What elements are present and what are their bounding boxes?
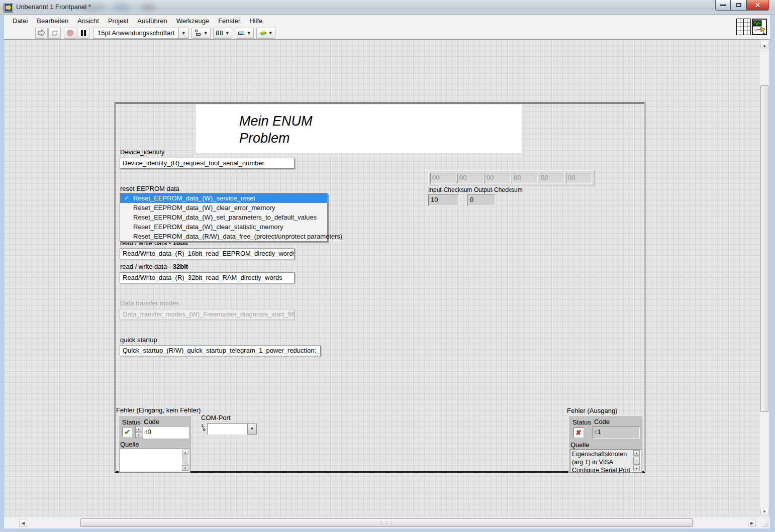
chevron-down-icon[interactable]: ▼ <box>178 28 188 38</box>
error-out-source-scrollbar[interactable]: ▲ ≡ ▼ <box>633 450 640 471</box>
byte-array: 00 00 00 00 00 00 <box>428 170 595 185</box>
run-continuous-icon <box>51 30 59 37</box>
quick-startup-ring[interactable]: Quick_startup_(R/W)_quick_startup_telegr… <box>120 345 321 356</box>
run-icon <box>37 29 46 37</box>
close-button[interactable]: ✕ <box>746 0 769 11</box>
scroll-left-button[interactable]: ◀ <box>19 519 27 527</box>
scroll-up-icon[interactable]: ▲ <box>633 450 640 456</box>
abort-button[interactable] <box>64 28 76 39</box>
scroll-up-icon[interactable]: ▲ <box>182 450 188 455</box>
byte-cell: 00 <box>566 173 592 183</box>
quick-startup-label: quick startup <box>120 336 157 344</box>
run-continuous-button[interactable] <box>48 28 61 39</box>
scroll-right-button[interactable]: ▶ <box>748 519 756 527</box>
error-out-cluster: Status Code ✘ d1 Quelle Eigenschaftsknot… <box>568 415 642 473</box>
x-icon: ✘ <box>575 429 582 437</box>
rw16-ring[interactable]: Read/Write_data_(R)_16bit_read_EEPROM_di… <box>120 248 295 259</box>
menu-item-service-reset[interactable]: ✓ Reset_EEPROM_data_(W)_service_reset <box>120 193 327 203</box>
rw32-ring[interactable]: Read/Write_data_(R)_32bit_read_RAM_direc… <box>120 272 295 283</box>
menu-datei[interactable]: Datei <box>8 16 32 26</box>
error-in-cluster: Status Code ✔ ▲ ▼ d0 Quelle ▲ ▼ <box>119 415 190 473</box>
menu-item-clear-error-memory[interactable]: Reset_EEPROM_data_(W)_clear_error_memory <box>120 203 327 212</box>
svg-text:1: 1 <box>762 30 765 34</box>
close-icon: ✕ <box>755 2 760 9</box>
error-out-code-field: d1 <box>593 426 640 439</box>
reorder-button[interactable]: ▼ <box>256 28 275 39</box>
menu-item-clear-statistic-memory[interactable]: Reset_EEPROM_data_(W)_clear_statistic_me… <box>120 222 327 232</box>
reset-eeprom-label: reset EEPROM data <box>120 185 179 192</box>
data-transfer-ring: Data_transfer_modes_(W)_Freemaster_diagn… <box>120 309 295 320</box>
com-port-dropdown-button[interactable]: ▼ <box>247 423 257 435</box>
reorder-icon <box>259 30 267 37</box>
vertical-scrollbar[interactable]: ▲ ▼ <box>760 40 769 517</box>
run-button[interactable] <box>35 28 48 39</box>
align-objects-button[interactable]: ▼ <box>191 28 211 39</box>
io-icon: I∕O <box>200 423 207 435</box>
resize-objects-button[interactable]: ▼ <box>235 28 254 39</box>
com-port-value[interactable] <box>207 423 247 435</box>
minimize-button[interactable] <box>715 0 731 11</box>
titlebar: Unbenannt 1 Frontpanel * ✕ <box>0 0 775 15</box>
pause-button[interactable] <box>77 28 89 39</box>
menu-werkzeuge[interactable]: Werkzeuge <box>172 16 214 26</box>
byte-cell: 00 <box>485 173 511 183</box>
error-in-source-field[interactable]: ▲ ▼ <box>120 449 189 472</box>
scroll-down-icon[interactable]: ▼ <box>633 466 640 471</box>
com-port-control[interactable]: I∕O ▼ <box>200 423 257 435</box>
titlebar-glass-reflection <box>141 4 156 11</box>
menu-item-set-parameters-default[interactable]: Reset_EEPROM_data_(W)_set_parameters_to_… <box>120 212 327 222</box>
font-selector-value: 15pt Anwendungsschriftart <box>93 29 178 37</box>
error-out-status-label: Status <box>572 418 591 426</box>
horizontal-scrollbar[interactable]: ◀ ⋮⋮⋮ ▶ <box>4 517 760 528</box>
error-in-status-label: Status <box>122 418 141 426</box>
vi-icon[interactable]: 1 <box>752 19 767 35</box>
menu-ausfuehren[interactable]: Ausführen <box>133 16 171 26</box>
distribute-objects-icon <box>216 30 224 37</box>
menu-hilfe[interactable]: Hilfe <box>245 16 267 26</box>
error-out-source-label: Quelle <box>570 441 590 449</box>
align-objects-icon <box>195 30 202 37</box>
horizontal-scroll-thumb[interactable]: ⋮⋮⋮ <box>80 518 693 527</box>
front-panel-canvas: Mein ENUM Problem Device_identify Device… <box>4 40 760 517</box>
menu-fenster[interactable]: Fenster <box>214 16 245 26</box>
scroll-up-button[interactable]: ▲ <box>760 42 768 49</box>
menubar: Datei Bearbeiten Ansicht Projekt Ausführ… <box>4 15 770 26</box>
menu-projekt[interactable]: Projekt <box>104 16 133 26</box>
error-out-status-indicator: ✘ <box>573 428 584 438</box>
error-in-code-spinner: ▲ ▼ <box>135 426 142 438</box>
spin-up-icon[interactable]: ▲ <box>135 426 142 432</box>
device-identify-ring[interactable]: Device_identify_(R)_request_tool_serial_… <box>120 158 295 169</box>
menu-bearbeiten[interactable]: Bearbeiten <box>32 16 73 26</box>
error-in-source-scrollbar[interactable]: ▲ ▼ <box>182 450 188 471</box>
connector-pane-icon[interactable] <box>736 19 751 35</box>
scroll-down-icon[interactable]: ▼ <box>182 465 188 471</box>
vertical-scroll-thumb[interactable] <box>760 85 768 412</box>
resize-objects-icon <box>238 30 245 37</box>
scroll-down-button[interactable]: ▼ <box>760 508 768 515</box>
error-in-source-label: Quelle <box>120 441 139 448</box>
maximize-icon <box>736 3 741 7</box>
font-selector[interactable]: 15pt Anwendungsschriftart ▼ <box>93 28 188 39</box>
maximize-button[interactable] <box>731 0 746 11</box>
resize-grip[interactable] <box>760 517 770 528</box>
menu-item-data-free[interactable]: Reset_EEPROM_data_(R/W)_data_free_(prote… <box>120 232 327 241</box>
spin-down-icon[interactable]: ▼ <box>135 432 142 438</box>
reset-eeprom-dropdown-menu: ✓ Reset_EEPROM_data_(W)_service_reset Re… <box>120 193 328 242</box>
distribute-objects-button[interactable]: ▼ <box>213 28 232 39</box>
heading-textbox: Mein ENUM Problem <box>196 104 522 153</box>
vi-icon-graphic: 1 <box>753 20 766 34</box>
data-transfer-label: Data transfer modes <box>120 299 179 307</box>
titlebar-glass-reflection <box>113 3 130 12</box>
error-in-status-control[interactable]: ✔ <box>122 427 132 437</box>
error-out-source-field: Eigenschaftsknoten (arg 1) in VISA Confi… <box>570 449 641 472</box>
abort-icon <box>67 30 74 37</box>
input-checksum-label: Input-Checksum <box>428 186 472 193</box>
error-in-code-field[interactable]: d0 <box>143 426 189 439</box>
window-title: Unbenannt 1 Frontpanel * <box>16 3 91 11</box>
scroll-thumb[interactable]: ≡ <box>633 457 640 465</box>
device-identify-label: Device_identify <box>120 148 164 156</box>
error-in-title: Fehler (Eingang, kein Fehler) <box>116 406 201 414</box>
menu-ansicht[interactable]: Ansicht <box>73 16 104 26</box>
error-out-code-label: Code <box>594 418 610 425</box>
check-icon: ✔ <box>124 428 130 436</box>
